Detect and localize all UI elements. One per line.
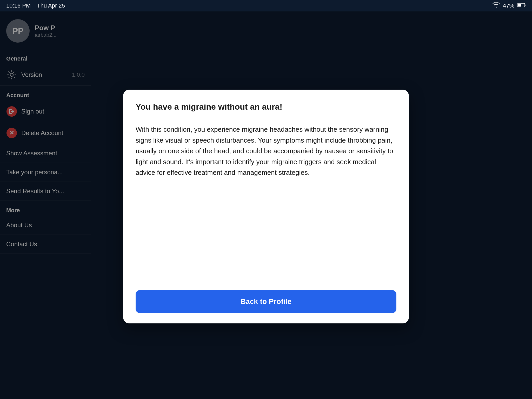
status-icons: 47% xyxy=(493,2,526,9)
status-bar: 10:16 PM Thu Apr 25 47% xyxy=(0,0,532,11)
wifi-icon xyxy=(493,2,500,9)
back-to-profile-button[interactable]: Back to Profile xyxy=(136,290,396,313)
modal-title: You have a migraine without an aura! xyxy=(136,102,396,112)
battery-percentage: 47% xyxy=(503,2,514,9)
modal-footer: Back to Profile xyxy=(136,290,396,313)
svg-rect-2 xyxy=(518,4,521,7)
status-time: 10:16 PM xyxy=(6,2,31,9)
modal-dialog: You have a migraine without an aura! Wit… xyxy=(123,90,409,323)
svg-rect-1 xyxy=(525,4,526,6)
status-date: Thu Apr 25 xyxy=(37,2,65,9)
battery-icon xyxy=(517,2,526,9)
status-time-date: 10:16 PM Thu Apr 25 xyxy=(6,2,65,9)
modal-body: With this condition, you experience migr… xyxy=(136,124,396,275)
